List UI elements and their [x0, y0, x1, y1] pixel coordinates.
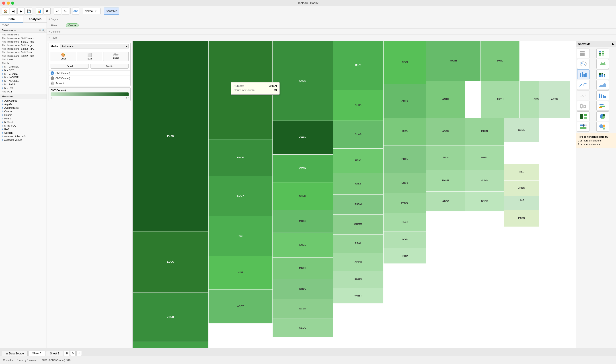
treemap-cell[interactable]: ECEN — [273, 299, 333, 319]
dimension-item[interactable]: #N – INCOMP — [0, 76, 47, 79]
data-tab[interactable]: Data — [0, 16, 23, 23]
treemap-cell[interactable]: CVEN — [273, 155, 333, 182]
treemap-cell[interactable]: GEOL — [504, 118, 539, 142]
detail-button[interactable]: Detail — [51, 64, 89, 69]
treemap-cell[interactable]: JPNS — [504, 181, 539, 196]
dimension-item[interactable]: AbcInstructors - Split 2 – title — [0, 54, 47, 58]
dimension-item[interactable]: AbcInstructors - Split 2 – gr... — [0, 47, 47, 51]
measure-item[interactable]: #RAP — [0, 127, 47, 131]
dimension-item[interactable]: #N – GRADE — [0, 72, 47, 76]
treemap-cell[interactable]: ATLS — [333, 173, 383, 195]
treemap-cell[interactable]: NRSC — [273, 279, 333, 299]
abc-button[interactable]: Abc — [72, 8, 79, 15]
treemap-cell[interactable]: MGMT — [133, 342, 208, 348]
forward-button[interactable]: ▶ — [17, 8, 25, 15]
treemap-cell[interactable]: MUEL — [465, 145, 504, 170]
treemap-cell[interactable]: EMEN — [333, 271, 383, 288]
dimension-item[interactable]: AbcInstructors - Split 1– gr... — [0, 43, 47, 47]
dimension-item[interactable]: AbcInstructors - Split 1 – n... — [0, 36, 47, 40]
dimension-item[interactable]: AbcLevel — [0, 58, 47, 61]
dimension-item[interactable]: AbcN — [0, 61, 47, 65]
marks-field-color[interactable]: ● CNT(Course) — [49, 70, 130, 76]
treemap-cell[interactable]: HIST — [208, 256, 273, 290]
chart-filled-map[interactable] — [596, 59, 609, 69]
treemap-cell[interactable]: NAVR — [426, 170, 465, 191]
chart-line[interactable] — [577, 80, 590, 90]
marks-field-label[interactable]: Abc Subject — [49, 81, 130, 86]
measure-item[interactable]: #Course — [0, 110, 47, 113]
minimize-button-icon[interactable] — [7, 1, 10, 5]
sheet1-tab[interactable]: Sheet 1 — [28, 351, 45, 356]
treemap-cell[interactable]: JOUR — [133, 293, 208, 342]
treemap-cell[interactable]: CHEM — [273, 182, 333, 210]
treemap-cell[interactable]: SLHS — [333, 90, 383, 121]
treemap-cell[interactable]: SOCY — [208, 176, 273, 216]
duplicate-sheet-button[interactable]: ⧉ — [70, 351, 76, 356]
dimension-item[interactable]: AbcInstructors — [0, 33, 47, 36]
treemap-cell[interactable]: APPM — [333, 253, 383, 271]
chart-symbol-map[interactable] — [577, 59, 590, 69]
measure-item[interactable]: #Measure Values — [0, 138, 47, 142]
dimension-item[interactable]: #N – PASS — [0, 83, 47, 86]
chart-area[interactable] — [596, 80, 609, 90]
treemap-cell[interactable]: ESBM — [333, 195, 383, 215]
treemap-cell[interactable]: ETHN — [465, 118, 504, 145]
redo-button[interactable]: ↪ — [62, 8, 69, 15]
data-source-tab[interactable]: 🗃 Data Source — [2, 351, 28, 356]
chart-packed-bubbles[interactable] — [596, 122, 609, 132]
treemap-cell[interactable]: MATH — [426, 41, 481, 81]
chart-histogram[interactable] — [596, 91, 609, 100]
dimension-item[interactable]: AbcInstructors - Split 2 – n... — [0, 51, 47, 54]
color-button[interactable]: 🎨 Color — [51, 52, 76, 61]
course-filter-pill[interactable]: Course — [66, 23, 79, 27]
treemap-cell[interactable]: ATOC — [426, 191, 465, 211]
label-button[interactable]: Abc Label — [103, 52, 129, 61]
treemap-cell[interactable]: ASEN — [426, 118, 465, 145]
close-button-icon[interactable] — [2, 1, 5, 5]
treemap-cell[interactable]: IPHY — [333, 41, 383, 90]
measure-item[interactable]: #Number of Records — [0, 135, 47, 138]
measure-item[interactable]: #N Comb — [0, 120, 47, 124]
show-me-header[interactable]: Show Me ▶ — [576, 41, 616, 47]
save-button[interactable]: 💾 — [25, 8, 32, 15]
tooltip-button[interactable]: Tooltip — [91, 64, 129, 69]
export-sheet-button[interactable]: ↗ — [77, 351, 82, 356]
show-me-button[interactable]: Show Me — [104, 8, 119, 15]
treemap-cell[interactable]: MKTG — [273, 257, 333, 279]
size-button[interactable]: ⬜ Size — [77, 52, 102, 61]
dimension-item[interactable]: #N – EOT — [0, 68, 47, 72]
treemap-cell[interactable]: DNCE — [465, 191, 504, 211]
home-button[interactable]: 🏠 — [2, 8, 9, 15]
treemap-cell[interactable]: PSCI — [208, 216, 273, 256]
undo-button[interactable]: ↩ — [54, 8, 61, 15]
measure-item[interactable]: #Avg Grd — [0, 103, 47, 106]
new-sheet-button[interactable]: ⊞ — [64, 351, 69, 356]
measure-item[interactable]: #Section — [0, 131, 47, 135]
sheet2-tab[interactable]: Sheet 2 — [46, 351, 63, 356]
treemap-cell[interactable]: ACCT — [208, 290, 273, 324]
measure-item[interactable]: #Honors — [0, 113, 47, 117]
chart-pie[interactable] — [596, 111, 609, 121]
dimension-item[interactable]: #N – NOCRED — [0, 79, 47, 83]
treemap-cell[interactable]: ENVD — [273, 41, 333, 121]
chart-heat-map[interactable] — [596, 49, 609, 58]
treemap-cell[interactable]: PSYC — [133, 41, 208, 231]
treemap-cell[interactable]: PHIL — [481, 41, 520, 81]
treemap-cell[interactable]: CSCI — [383, 41, 426, 84]
dimension-item[interactable]: #N – ENROLL — [0, 65, 47, 68]
treemap-cell[interactable]: REAL — [333, 234, 383, 253]
treemap-cell[interactable]: CHEN — [273, 121, 333, 155]
chart-scatter[interactable] — [577, 91, 590, 100]
analytics-tab[interactable]: Analytics — [23, 16, 47, 23]
treemap-cell[interactable]: CLAS — [333, 121, 383, 148]
chart-gantt[interactable] — [596, 101, 609, 111]
chart-bar[interactable] — [577, 69, 590, 79]
treemap-cell[interactable]: ANTH — [426, 81, 465, 118]
normal-dropdown[interactable]: Normal ▾ — [83, 8, 101, 14]
treemap-cell[interactable]: INBU — [383, 248, 426, 263]
chart-box-plot[interactable] — [577, 101, 590, 111]
back-button[interactable]: ◀ — [10, 8, 17, 15]
treemap-cell[interactable]: RLST — [383, 213, 426, 232]
treemap-cell[interactable]: HUMN — [465, 170, 504, 191]
marks-field-size[interactable]: ◻ CNT(Course) — [49, 76, 130, 81]
